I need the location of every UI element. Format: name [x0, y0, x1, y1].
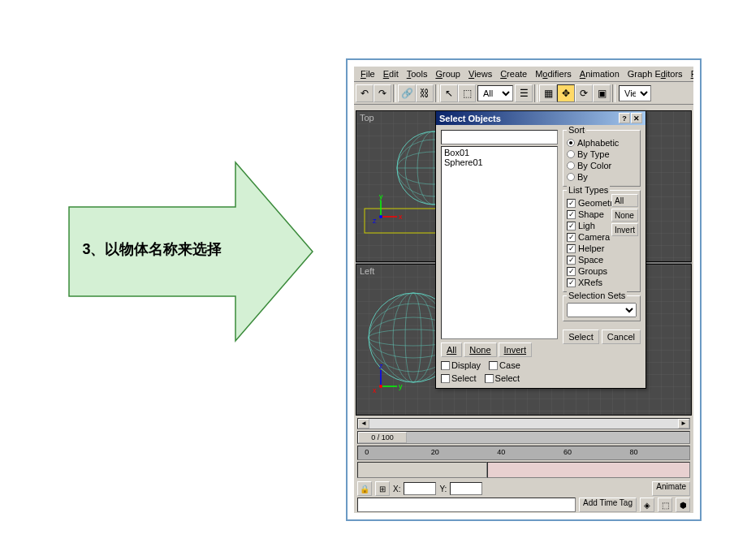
all-button[interactable]: All: [441, 342, 462, 357]
bottom-panel: ◄ ► 0 / 100 0 20 40 60 80 🔒 ⊞ X:: [354, 417, 693, 513]
scroll-right-icon[interactable]: ►: [678, 419, 689, 429]
separator: [393, 84, 396, 102]
separator: [612, 84, 615, 102]
lt-space[interactable]: Space: [567, 254, 637, 265]
select-by-name-icon[interactable]: ☰: [515, 84, 533, 102]
svg-text:y: y: [399, 382, 403, 390]
selection-sets-group: [563, 295, 641, 321]
time-ruler[interactable]: 0 20 40 60 80: [357, 446, 690, 460]
undo-icon[interactable]: ↶: [356, 84, 374, 102]
svg-text:y: y: [379, 192, 383, 200]
display-checkbox[interactable]: Display: [441, 360, 481, 370]
svg-point-28: [379, 385, 382, 388]
sort-group: Alphabetic By Type By Color By: [563, 130, 641, 187]
menu-animation[interactable]: Animation: [576, 68, 623, 80]
lock-icon[interactable]: 🔒: [357, 481, 372, 496]
select-objects-dialog: Select Objects ? ✕ Box01 Sphere01 All No…: [435, 110, 646, 389]
help-icon[interactable]: ?: [619, 113, 630, 123]
rotate-icon[interactable]: ⟳: [575, 84, 593, 102]
object-list[interactable]: Box01 Sphere01: [441, 146, 558, 339]
svg-text:x: x: [399, 213, 403, 221]
track-bar[interactable]: [357, 462, 690, 478]
select-button[interactable]: Select: [563, 330, 599, 344]
ref-coord-system[interactable]: View: [619, 85, 651, 101]
svg-point-14: [379, 215, 382, 218]
sort-by-type[interactable]: By Type: [567, 149, 637, 160]
arrow-text: 3、以物体名称来选择: [69, 239, 235, 259]
app-window: File Edit Tools Group Views Create Modif…: [354, 67, 693, 513]
unlink-icon[interactable]: ⛓: [416, 84, 434, 102]
menu-tools[interactable]: Tools: [404, 68, 431, 80]
svg-text:x: x: [373, 386, 377, 394]
selection-filter[interactable]: All: [477, 85, 513, 101]
svg-text:z: z: [373, 217, 377, 225]
add-time-tag[interactable]: Add Time Tag: [579, 498, 637, 512]
separator: [534, 84, 538, 102]
menu-modifiers[interactable]: Modifiers: [532, 68, 575, 80]
viewport-scrollbar[interactable]: ◄ ►: [357, 418, 690, 429]
sort-by-size[interactable]: By: [567, 171, 637, 183]
lt-invert-button[interactable]: Invert: [611, 223, 638, 236]
cancel-button[interactable]: Cancel: [602, 330, 641, 344]
nav-icon-1[interactable]: ◈: [640, 498, 654, 512]
screenshot-frame: File Edit Tools Group Views Create Modif…: [346, 58, 702, 521]
lt-none-button[interactable]: None: [611, 209, 638, 222]
menu-graph-editors[interactable]: Graph Editors: [624, 68, 686, 80]
list-item[interactable]: Sphere01: [443, 157, 556, 167]
sort-alphabetic[interactable]: Alphabetic: [567, 137, 637, 149]
status-bar: [357, 498, 576, 512]
sort-by-color[interactable]: By Color: [567, 160, 637, 171]
toolbar: ↶ ↷ 🔗 ⛓ ↖ ⬚ All ☰ ▦ ✥ ⟳ ▣ View: [354, 82, 693, 105]
separator: [435, 84, 438, 102]
snap-icon[interactable]: ⊞: [375, 481, 390, 496]
redo-icon[interactable]: ↷: [374, 84, 391, 102]
menu-create[interactable]: Create: [497, 68, 530, 80]
lt-xrefs[interactable]: XRefs: [567, 277, 637, 288]
svg-text:z: z: [379, 362, 383, 370]
menu-group[interactable]: Group: [432, 68, 464, 80]
time-slider[interactable]: 0 / 100: [357, 431, 690, 444]
animate-button[interactable]: Animate: [652, 481, 690, 496]
lt-groups[interactable]: Groups: [567, 265, 637, 277]
select-dep-checkbox[interactable]: Select: [441, 373, 477, 383]
list-types-group: All None Invert Geometr Shape Ligh Camer…: [563, 190, 641, 292]
scale-icon[interactable]: ▣: [593, 84, 611, 102]
y-label: Y:: [439, 485, 447, 493]
invert-button[interactable]: Invert: [499, 342, 533, 357]
menu-rendering[interactable]: Rendering: [688, 68, 693, 80]
crossing-icon[interactable]: ▦: [539, 84, 557, 102]
menu-edit[interactable]: Edit: [380, 68, 402, 80]
search-input[interactable]: [441, 130, 558, 144]
select-sub-checkbox[interactable]: Select: [485, 373, 520, 383]
menubar: File Edit Tools Group Views Create Modif…: [354, 67, 693, 82]
lt-helpers[interactable]: Helper: [567, 243, 637, 254]
select-region-icon[interactable]: ⬚: [458, 84, 476, 102]
link-icon[interactable]: 🔗: [398, 84, 416, 102]
dialog-title: Select Objects: [439, 114, 501, 123]
y-input[interactable]: [450, 482, 482, 495]
instruction-arrow: 3、以物体名称来选择: [61, 158, 321, 345]
move-icon[interactable]: ✥: [557, 84, 575, 102]
case-checkbox[interactable]: Case: [489, 360, 520, 370]
time-slider-handle[interactable]: 0 / 100: [358, 432, 407, 443]
select-icon[interactable]: ↖: [440, 84, 458, 102]
menu-file[interactable]: File: [357, 68, 378, 80]
none-button[interactable]: None: [464, 342, 496, 357]
close-icon[interactable]: ✕: [631, 113, 642, 123]
nav-icon-3[interactable]: ⬢: [676, 498, 690, 512]
dialog-titlebar[interactable]: Select Objects ? ✕: [436, 111, 646, 125]
selection-sets-dropdown[interactable]: [567, 303, 637, 317]
lt-all-button[interactable]: All: [611, 194, 638, 207]
list-item[interactable]: Box01: [443, 148, 556, 157]
x-label: X:: [393, 485, 400, 493]
scroll-left-icon[interactable]: ◄: [358, 419, 369, 429]
x-input[interactable]: [404, 482, 436, 495]
nav-icon-2[interactable]: ⬚: [658, 498, 672, 512]
menu-views[interactable]: Views: [465, 68, 495, 80]
